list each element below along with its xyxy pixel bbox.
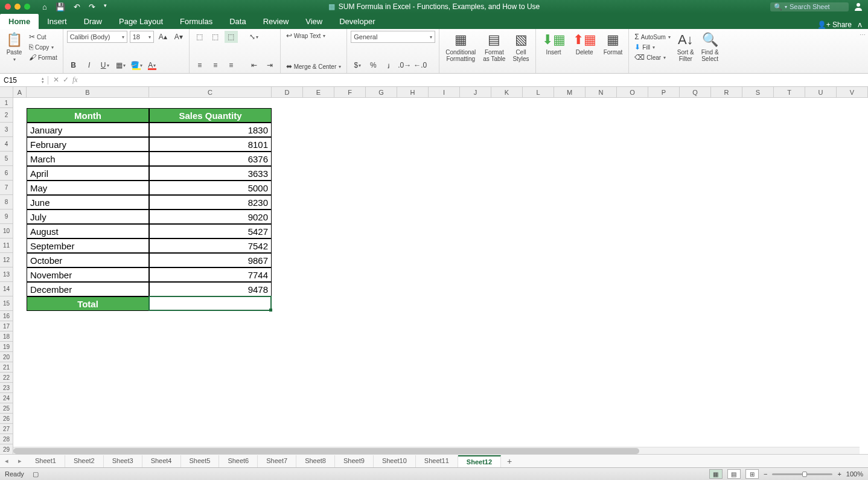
col-header-B[interactable]: B (27, 87, 149, 98)
col-header-P[interactable]: P (648, 87, 680, 98)
percent-icon[interactable]: % (366, 59, 380, 71)
conditional-formatting-button[interactable]: ▦Conditional Formatting (443, 31, 478, 63)
decrease-font-icon[interactable]: A▾ (172, 31, 185, 43)
table-cell-month[interactable]: January (27, 123, 149, 137)
col-header-I[interactable]: I (429, 87, 460, 98)
confirm-formula-icon[interactable]: ✓ (63, 75, 69, 85)
table-total-value[interactable] (149, 296, 272, 311)
format-painter-button[interactable]: 🖌Format (27, 53, 59, 62)
table-cell-qty[interactable]: 3633 (149, 166, 272, 181)
sheet-nav-next-icon[interactable]: ▸ (13, 457, 27, 465)
currency-icon[interactable]: $▾ (351, 59, 364, 71)
tab-home[interactable]: Home (0, 14, 39, 29)
border-button[interactable]: ▦▾ (114, 59, 127, 71)
sort-filter-button[interactable]: A↓Sort & Filter (675, 31, 697, 63)
autosum-button[interactable]: ΣAutoSum▾ (633, 32, 672, 42)
col-header-N[interactable]: N (586, 87, 617, 98)
col-header-D[interactable]: D (272, 87, 303, 98)
table-cell-month[interactable]: February (27, 137, 149, 152)
sheet-tab-sheet9[interactable]: Sheet9 (335, 455, 374, 467)
align-left-icon[interactable]: ≡ (193, 59, 206, 71)
maximize-window[interactable] (24, 4, 30, 10)
table-cell-month[interactable]: November (27, 267, 149, 282)
table-cell-qty[interactable]: 9020 (149, 210, 272, 224)
align-right-icon[interactable]: ≡ (225, 59, 238, 71)
row-header-10[interactable]: 10 (0, 224, 13, 238)
normal-view-icon[interactable]: ▦ (709, 469, 723, 479)
save-icon[interactable]: 💾 (56, 2, 65, 11)
tab-page-layout[interactable]: Page Layout (110, 14, 171, 29)
table-cell-month[interactable]: May (27, 181, 149, 195)
font-color-button[interactable]: A▾ (145, 59, 159, 71)
fill-color-button[interactable]: 🪣▾ (130, 59, 143, 71)
sheet-tab-sheet10[interactable]: Sheet10 (374, 455, 416, 467)
underline-button[interactable]: U▾ (98, 59, 112, 71)
increase-decimal-icon[interactable]: .0→ (398, 59, 411, 71)
delete-cells-button[interactable]: ⬆▦Delete (570, 31, 599, 57)
undo-icon[interactable]: ↶ (74, 2, 80, 11)
sheet-tab-sheet2[interactable]: Sheet2 (65, 455, 104, 467)
font-family-select[interactable]: Calibri (Body)▾ (67, 31, 127, 43)
insert-cells-button[interactable]: ⬇▦Insert (540, 31, 568, 57)
home-icon[interactable]: ⌂ (42, 2, 47, 11)
align-center-icon[interactable]: ≡ (209, 59, 222, 71)
col-header-Q[interactable]: Q (680, 87, 711, 98)
sheet-tab-sheet8[interactable]: Sheet8 (296, 455, 335, 467)
zoom-in-icon[interactable]: + (837, 470, 841, 478)
col-header-G[interactable]: G (366, 87, 397, 98)
row-header-17[interactable]: 17 (0, 321, 13, 331)
cancel-formula-icon[interactable]: ✕ (53, 75, 59, 85)
row-header-11[interactable]: 11 (0, 238, 13, 253)
row-header-18[interactable]: 18 (0, 331, 13, 342)
table-cell-month[interactable]: April (27, 166, 149, 181)
orientation-icon[interactable]: ⤡▾ (247, 31, 261, 43)
table-cell-qty[interactable]: 7542 (149, 238, 272, 253)
zoom-slider[interactable] (772, 473, 832, 475)
decrease-decimal-icon[interactable]: ←.0 (413, 59, 427, 71)
user-icon[interactable] (854, 2, 863, 11)
row-header-12[interactable]: 12 (0, 253, 13, 267)
row-header-21[interactable]: 21 (0, 362, 13, 373)
table-cell-month[interactable]: October (27, 253, 149, 267)
row-header-15[interactable]: 15 (0, 296, 13, 311)
col-header-U[interactable]: U (805, 87, 837, 98)
tab-developer[interactable]: Developer (331, 14, 383, 29)
sheet-tab-sheet7[interactable]: Sheet7 (258, 455, 296, 467)
row-header-29[interactable]: 29 (0, 444, 13, 454)
col-header-C[interactable]: C (149, 87, 272, 98)
row-header-9[interactable]: 9 (0, 210, 13, 224)
format-as-table-button[interactable]: ▤Format as Table (480, 31, 508, 63)
sheet-tab-sheet5[interactable]: Sheet5 (181, 455, 220, 467)
row-header-6[interactable]: 6 (0, 166, 13, 181)
col-header-M[interactable]: M (554, 87, 586, 98)
format-cells-button[interactable]: ▦Format (601, 31, 625, 57)
select-all-triangle[interactable] (0, 87, 13, 98)
row-header-22[interactable]: 22 (0, 373, 13, 383)
row-header-14[interactable]: 14 (0, 282, 13, 296)
macro-record-icon[interactable]: ▢ (33, 470, 39, 478)
col-header-T[interactable]: T (774, 87, 805, 98)
tab-insert[interactable]: Insert (39, 14, 75, 29)
copy-button[interactable]: ⎘Copy▾ (27, 42, 59, 52)
decrease-indent-icon[interactable]: ⇤ (247, 59, 261, 71)
page-break-view-icon[interactable]: ⊞ (745, 469, 759, 479)
row-header-1[interactable]: 1 (0, 98, 13, 108)
tab-view[interactable]: View (297, 14, 331, 29)
row-header-27[interactable]: 27 (0, 424, 13, 434)
italic-button[interactable]: I (83, 59, 96, 71)
col-header-R[interactable]: R (711, 87, 742, 98)
row-header-28[interactable]: 28 (0, 434, 13, 444)
tab-data[interactable]: Data (221, 14, 254, 29)
row-header-16[interactable]: 16 (0, 311, 13, 321)
col-header-K[interactable]: K (491, 87, 523, 98)
spreadsheet-grid[interactable]: ABCDEFGHIJKLMNOPQRSTUV 12345678910111213… (0, 87, 868, 454)
col-header-H[interactable]: H (397, 87, 429, 98)
merge-center-button[interactable]: ⬌Merge & Center▾ (284, 62, 343, 71)
col-header-F[interactable]: F (334, 87, 366, 98)
close-window[interactable] (5, 4, 11, 10)
row-header-4[interactable]: 4 (0, 137, 13, 152)
ribbon-options-icon[interactable]: ⋯ (857, 29, 868, 73)
row-header-2[interactable]: 2 (0, 108, 13, 123)
align-top-icon[interactable]: ⬚ (193, 31, 206, 43)
col-header-L[interactable]: L (523, 87, 554, 98)
